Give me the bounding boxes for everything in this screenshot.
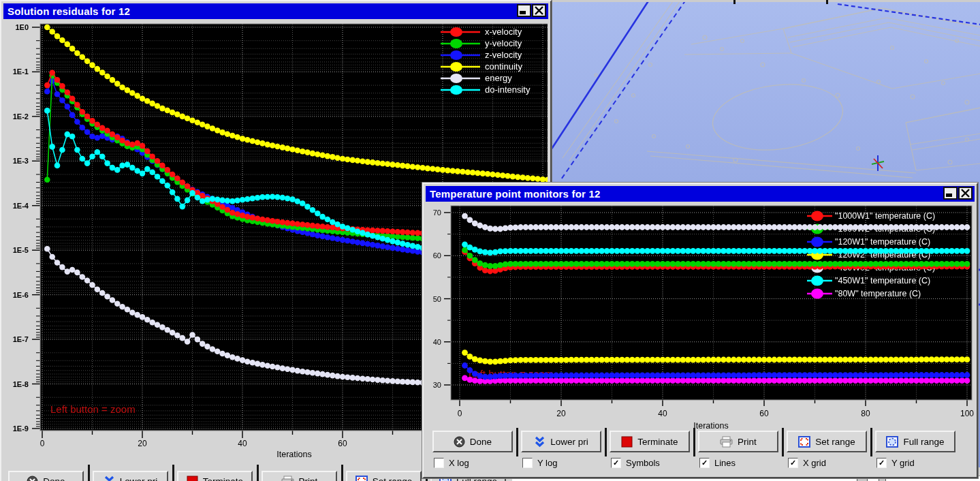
temperature-titlebar[interactable]: Temperature point monitors for 12	[426, 186, 975, 202]
minimize-button[interactable]	[943, 187, 958, 200]
svg-text:1E-6: 1E-6	[13, 291, 29, 299]
svg-text:40: 40	[433, 338, 441, 346]
button-separator	[341, 465, 343, 481]
button-separator	[782, 428, 784, 456]
close-icon	[960, 189, 970, 198]
button-label: Done	[43, 476, 65, 481]
set-range-button[interactable]: Set range	[787, 431, 867, 452]
button-label: Lower pri	[120, 476, 158, 481]
svg-text:y-velocity: y-velocity	[485, 38, 522, 48]
checkbox-box[interactable]: ✓	[788, 458, 798, 468]
svg-text:1E0: 1E0	[15, 23, 29, 31]
lower-pri-button[interactable]: Lower pri	[93, 471, 168, 481]
terminate-icon	[621, 436, 633, 448]
svg-text:0: 0	[40, 439, 45, 448]
print-button[interactable]: Print	[698, 431, 778, 452]
svg-text:1E-7: 1E-7	[13, 335, 29, 343]
svg-text:60: 60	[433, 251, 441, 260]
checkbox-box[interactable]	[434, 458, 444, 468]
button-separator	[516, 428, 518, 456]
checkbox-box[interactable]: ✓	[699, 458, 710, 468]
close-button[interactable]	[958, 187, 973, 200]
terminate-button[interactable]: Terminate	[177, 471, 253, 481]
button-label: Print	[738, 437, 757, 447]
checkbox-box[interactable]	[522, 458, 533, 468]
svg-text:50: 50	[433, 295, 441, 303]
svg-text:continuity: continuity	[485, 61, 522, 72]
print-button[interactable]: Print	[262, 471, 337, 481]
svg-text:"120W1" temperature (C): "120W1" temperature (C)	[835, 237, 930, 247]
x-grid-checkbox[interactable]: ✓X grid	[788, 458, 826, 468]
minimize-icon	[945, 189, 955, 198]
temperature-plot[interactable]: 3040506070020406080100IterationsLeft but…	[424, 184, 974, 456]
minimize-icon	[519, 6, 529, 15]
svg-text:1E-5: 1E-5	[13, 246, 29, 254]
y-grid-checkbox[interactable]: ✓Y grid	[876, 458, 915, 468]
button-label: Lower pri	[550, 437, 588, 447]
minimize-button[interactable]	[517, 4, 531, 17]
svg-text:100: 100	[960, 409, 974, 418]
print-icon	[720, 436, 733, 448]
button-label: Set range	[373, 476, 413, 481]
svg-text:20: 20	[138, 439, 147, 448]
checkbox-label: Y grid	[891, 458, 915, 468]
svg-text:1E-3: 1E-3	[13, 157, 29, 165]
svg-text:1E-8: 1E-8	[13, 380, 29, 388]
lines-checkbox[interactable]: ✓Lines	[699, 458, 736, 468]
button-separator	[870, 428, 872, 456]
button-label: Set range	[815, 437, 855, 447]
svg-text:do-intensity: do-intensity	[485, 84, 531, 95]
button-label: Done	[470, 437, 492, 447]
svg-text:20: 20	[556, 409, 566, 418]
temperature-window: 3040506070020406080100IterationsLeft but…	[422, 183, 978, 478]
done-button[interactable]: Done	[8, 471, 84, 481]
checkbox-label: Y log	[537, 458, 557, 468]
close-button[interactable]	[532, 4, 546, 17]
print-icon	[281, 476, 294, 481]
button-label: Terminate	[203, 476, 243, 481]
svg-text:40: 40	[238, 439, 247, 448]
svg-text:30: 30	[433, 381, 441, 389]
done-icon	[27, 476, 38, 481]
button-separator	[88, 465, 90, 481]
checkbox-box[interactable]: ✓	[611, 458, 621, 468]
residuals-titlebar[interactable]: Solution residuals for 12	[3, 3, 548, 19]
svg-text:40: 40	[658, 409, 667, 418]
lower-pri-icon	[534, 436, 546, 448]
button-separator	[605, 428, 607, 456]
svg-text:x-velocity: x-velocity	[485, 27, 522, 37]
full-range-button[interactable]: Full range	[875, 431, 955, 452]
y-log-checkbox[interactable]: Y log	[522, 458, 557, 468]
svg-text:60: 60	[759, 409, 769, 418]
svg-text:70: 70	[433, 208, 441, 217]
y-axis: 3040506070	[433, 208, 451, 389]
svg-text:Iterations: Iterations	[276, 450, 311, 459]
svg-text:1E-4: 1E-4	[13, 202, 29, 210]
svg-text:1E-1: 1E-1	[13, 67, 29, 76]
terminate-icon	[187, 476, 198, 481]
svg-text:80: 80	[861, 409, 870, 418]
x-log-checkbox[interactable]: X log	[434, 458, 469, 468]
window-title: Temperature point monitors for 12	[430, 188, 601, 200]
close-icon	[534, 6, 544, 15]
button-label: Print	[299, 476, 318, 481]
checkbox-box[interactable]: ✓	[876, 458, 887, 468]
svg-text:Iterations: Iterations	[693, 421, 728, 431]
window-title: Solution residuals for 12	[7, 5, 130, 17]
y-axis: 1E01E-11E-21E-31E-41E-51E-61E-71E-81E-9	[13, 23, 40, 433]
set-range-icon	[355, 476, 368, 481]
button-label: Full range	[903, 437, 944, 447]
svg-text:1E-2: 1E-2	[13, 112, 29, 121]
lower-pri-button[interactable]: Lower pri	[521, 431, 601, 452]
symbols-checkbox[interactable]: ✓Symbols	[611, 458, 660, 468]
screen: 1E01E-11E-21E-31E-41E-51E-61E-71E-81E-90…	[0, 0, 980, 481]
checkbox-label: X grid	[803, 458, 826, 468]
done-button[interactable]: Done	[432, 431, 513, 452]
terminate-button[interactable]: Terminate	[610, 431, 690, 452]
checkbox-label: Lines	[714, 458, 736, 468]
svg-text:z-velocity: z-velocity	[485, 50, 522, 60]
svg-text:"1000W1" temperature (C): "1000W1" temperature (C)	[835, 211, 935, 221]
set-range-button[interactable]: Set range	[346, 471, 422, 481]
checkbox-label: X log	[449, 458, 469, 468]
button-separator	[693, 428, 695, 456]
